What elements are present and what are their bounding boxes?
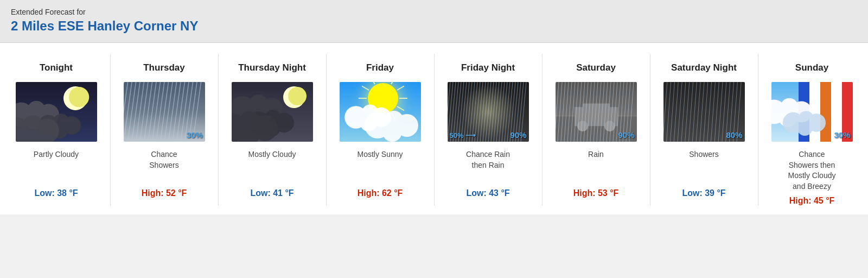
forecast-day-tonight: TonightPartly CloudyLow: 38 °F <box>8 54 105 198</box>
forecast-divider <box>326 54 327 206</box>
weather-image-thursday-night <box>232 82 313 142</box>
day-label-thursday-night: Thursday Night <box>238 54 306 82</box>
weather-image-thursday: 30% <box>124 82 205 142</box>
temp-thursday-night: Low: 41 °F <box>250 188 293 198</box>
precip-badge-friday-night: 90% <box>510 130 526 140</box>
day-label-tonight: Tonight <box>40 54 73 82</box>
weather-image-tonight <box>16 82 97 142</box>
condition-saturday-night: Showers <box>689 147 718 184</box>
temp-thursday: High: 52 °F <box>142 188 187 198</box>
forecast-divider <box>650 54 650 206</box>
forecast-divider <box>218 54 219 206</box>
temp-saturday: High: 53 °F <box>573 188 619 198</box>
precip-badge-thursday: 30% <box>186 130 202 140</box>
weather-image-saturday: 90% <box>556 82 637 142</box>
forecast-day-sunday: Sunday30%ChanceShowers thenMostly Cloudy… <box>763 54 861 206</box>
forecast-divider <box>434 54 435 206</box>
condition-friday-night: Chance Rainthen Rain <box>466 147 510 184</box>
day-label-saturday-night: Saturday Night <box>671 54 737 82</box>
day-label-friday-night: Friday Night <box>461 54 515 82</box>
condition-thursday-night: Mostly Cloudy <box>248 147 296 184</box>
precip-badge-left-friday-night: 50% ⟶ <box>450 131 476 140</box>
forecast-day-thursday: Thursday30%ChanceShowersHigh: 52 °F <box>116 54 213 198</box>
precip-badge-saturday: 90% <box>618 130 634 140</box>
forecast-day-friday: FridayMostly SunnyHigh: 62 °F <box>331 54 429 198</box>
condition-thursday: ChanceShowers <box>149 147 178 184</box>
forecast-day-saturday: Saturday90%RainHigh: 53 °F <box>547 54 645 198</box>
weather-image-friday-night: 90%50% ⟶ <box>448 82 529 142</box>
forecast-divider <box>542 54 542 206</box>
day-label-saturday: Saturday <box>576 54 616 82</box>
condition-tonight: Partly Cloudy <box>34 147 79 184</box>
weather-image-friday <box>340 82 421 142</box>
temp-sunday: High: 45 °F <box>789 196 835 206</box>
weather-image-sunday: 30% <box>771 82 853 142</box>
temp-tonight: Low: 38 °F <box>34 188 78 198</box>
day-label-thursday: Thursday <box>143 54 185 82</box>
forecast-day-friday-night: Friday Night90%50% ⟶Chance Rainthen Rain… <box>439 54 537 198</box>
forecast-divider <box>110 54 111 206</box>
condition-sunday: ChanceShowers thenMostly Cloudyand Breez… <box>788 147 836 192</box>
header-title: 2 Miles ESE Hanley Corner NY <box>11 18 857 34</box>
forecast-divider <box>758 54 758 206</box>
day-label-friday: Friday <box>366 54 394 82</box>
forecast-day-thursday-night: Thursday NightMostly CloudyLow: 41 °F <box>224 54 321 198</box>
header: Extended Forecast for 2 Miles ESE Hanley… <box>0 0 868 43</box>
temp-friday-night: Low: 43 °F <box>466 188 509 198</box>
weather-image-saturday-night: 80% <box>663 82 745 142</box>
day-label-sunday: Sunday <box>795 54 828 82</box>
condition-friday: Mostly Sunny <box>357 147 403 184</box>
forecast-day-saturday-night: Saturday Night80%ShowersLow: 39 °F <box>655 54 753 198</box>
condition-saturday: Rain <box>588 147 604 184</box>
forecast-container: TonightPartly CloudyLow: 38 °FThursday30… <box>0 43 868 214</box>
precip-badge-saturday-night: 80% <box>726 130 742 140</box>
header-subtitle: Extended Forecast for <box>11 8 857 16</box>
temp-saturday-night: Low: 39 °F <box>682 188 725 198</box>
temp-friday: High: 62 °F <box>358 188 403 198</box>
precip-badge-sunday: 30% <box>834 130 850 140</box>
